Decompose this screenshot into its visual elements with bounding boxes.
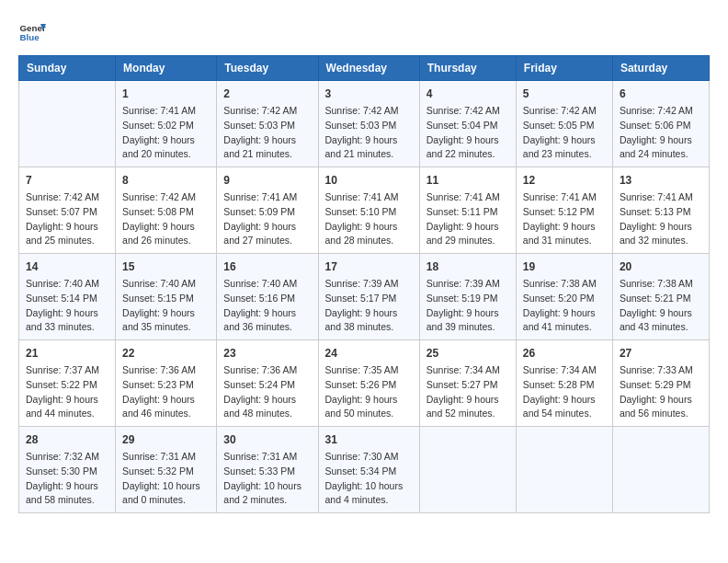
day-info: and 20 minutes. [122,147,210,162]
day-info: Sunset: 5:14 PM [26,292,108,306]
day-number: 29 [122,431,210,448]
day-info: and 38 minutes. [325,320,413,335]
day-number: 3 [325,86,413,102]
day-cell [516,427,612,513]
day-info: Sunset: 5:10 PM [325,205,413,220]
day-number: 2 [223,86,311,102]
day-info: Sunrise: 7:39 AM [427,277,509,292]
day-info: Sunrise: 7:35 AM [325,363,413,378]
day-cell: 26Sunrise: 7:34 AMSunset: 5:28 PMDayligh… [516,340,612,427]
day-info: Sunset: 5:13 PM [620,205,702,220]
day-info: Sunset: 5:28 PM [523,378,606,393]
day-info: Daylight: 9 hours [122,306,210,321]
day-info: Sunrise: 7:40 AM [122,277,210,292]
day-info: and 0 minutes. [122,493,210,508]
week-row-1: 1Sunrise: 7:41 AMSunset: 5:02 PMDaylight… [19,81,710,167]
day-info: Daylight: 9 hours [427,133,509,148]
day-info: Sunrise: 7:34 AM [427,363,509,378]
day-info: Sunrise: 7:42 AM [427,104,509,119]
day-number: 26 [523,345,606,362]
day-cell: 22Sunrise: 7:36 AMSunset: 5:23 PMDayligh… [116,340,217,427]
day-info: Sunrise: 7:31 AM [122,450,210,465]
day-info: Daylight: 9 hours [223,393,311,408]
day-info: and 35 minutes. [122,320,210,335]
day-cell: 17Sunrise: 7:39 AMSunset: 5:17 PMDayligh… [318,254,419,340]
day-info: Sunset: 5:29 PM [620,378,702,393]
day-cell: 28Sunrise: 7:32 AMSunset: 5:30 PMDayligh… [19,427,116,513]
day-info: and 27 minutes. [223,234,311,248]
day-info: Daylight: 9 hours [620,220,702,235]
header-monday: Monday [116,56,217,81]
day-info: Sunrise: 7:41 AM [523,190,606,205]
day-info: Daylight: 9 hours [325,133,413,148]
day-info: Sunset: 5:22 PM [26,378,108,393]
day-cell: 16Sunrise: 7:40 AMSunset: 5:16 PMDayligh… [217,254,318,340]
day-cell: 7Sunrise: 7:42 AMSunset: 5:07 PMDaylight… [19,167,116,254]
day-info: Sunset: 5:27 PM [427,378,509,393]
day-info: Daylight: 9 hours [122,220,210,235]
header-tuesday: Tuesday [217,56,318,81]
day-info: Sunset: 5:05 PM [523,119,606,133]
day-cell: 12Sunrise: 7:41 AMSunset: 5:12 PMDayligh… [516,167,612,254]
day-cell: 10Sunrise: 7:41 AMSunset: 5:10 PMDayligh… [318,167,419,254]
header-thursday: Thursday [419,56,516,81]
day-number: 12 [523,172,606,189]
day-info: and 46 minutes. [122,407,210,421]
day-info: Sunrise: 7:42 AM [523,104,606,119]
day-info: Daylight: 9 hours [620,133,702,148]
day-info: Daylight: 9 hours [523,393,606,408]
day-info: Daylight: 9 hours [523,133,606,148]
day-number: 9 [223,172,311,189]
day-info: Sunset: 5:16 PM [223,292,311,306]
day-cell: 2Sunrise: 7:42 AMSunset: 5:03 PMDaylight… [217,81,318,167]
day-info: Sunset: 5:24 PM [223,378,311,393]
day-number: 4 [427,86,509,102]
day-info: Sunset: 5:32 PM [122,465,210,479]
day-info: and 21 minutes. [325,147,413,162]
day-info: and 23 minutes. [523,147,606,162]
day-info: Sunset: 5:15 PM [122,292,210,306]
svg-text:Blue: Blue [20,32,40,42]
day-info: Daylight: 9 hours [26,393,108,408]
day-number: 21 [26,345,108,362]
day-info: and 48 minutes. [223,407,311,421]
day-info: and 21 minutes. [223,147,311,162]
header-friday: Friday [516,56,612,81]
day-info: Daylight: 9 hours [122,393,210,408]
day-info: and 41 minutes. [523,320,606,335]
day-info: Daylight: 9 hours [223,306,311,321]
day-info: Sunrise: 7:42 AM [223,104,311,119]
day-info: Daylight: 9 hours [26,479,108,494]
day-info: Sunset: 5:03 PM [223,119,311,133]
day-number: 17 [325,259,413,275]
day-info: and 29 minutes. [427,234,509,248]
day-info: and 43 minutes. [620,320,702,335]
day-cell: 24Sunrise: 7:35 AMSunset: 5:26 PMDayligh… [318,340,419,427]
day-info: and 32 minutes. [620,234,702,248]
day-info: Daylight: 9 hours [427,306,509,321]
day-cell: 4Sunrise: 7:42 AMSunset: 5:04 PMDaylight… [419,81,516,167]
day-cell: 23Sunrise: 7:36 AMSunset: 5:24 PMDayligh… [217,340,318,427]
day-info: Daylight: 10 hours [325,479,413,494]
day-cell: 11Sunrise: 7:41 AMSunset: 5:11 PMDayligh… [419,167,516,254]
day-number: 14 [26,259,108,275]
day-info: and 2 minutes. [223,493,311,508]
day-info: Sunset: 5:33 PM [223,465,311,479]
day-info: Sunrise: 7:37 AM [26,363,108,378]
day-cell [419,427,516,513]
day-number: 10 [325,172,413,189]
day-cell: 3Sunrise: 7:42 AMSunset: 5:03 PMDaylight… [318,81,419,167]
calendar-table: SundayMondayTuesdayWednesdayThursdayFrid… [18,55,710,513]
day-info: Sunrise: 7:41 AM [620,190,702,205]
day-cell: 8Sunrise: 7:42 AMSunset: 5:08 PMDaylight… [116,167,217,254]
day-info: Daylight: 9 hours [523,220,606,235]
day-number: 27 [620,345,702,362]
day-info: and 28 minutes. [325,234,413,248]
day-info: Sunrise: 7:40 AM [223,277,311,292]
day-cell: 31Sunrise: 7:30 AMSunset: 5:34 PMDayligh… [318,427,419,513]
day-info: Sunrise: 7:30 AM [325,450,413,465]
day-info: Sunrise: 7:42 AM [26,190,108,205]
day-number: 25 [427,345,509,362]
day-info: Sunrise: 7:36 AM [122,363,210,378]
day-info: Sunrise: 7:41 AM [122,104,210,119]
